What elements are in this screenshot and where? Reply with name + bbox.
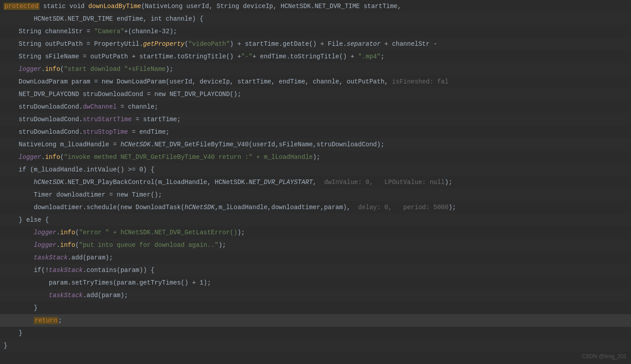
code-line-16: Timer downloadtimer = new Timer(); [0,189,631,201]
code-line-22: if(!taskStack.contains(param)) { [0,264,631,276]
code-line-8: NET_DVR_PLAYCOND struDownloadCond = new … [0,88,631,101]
code-line-4: String outPutPath = PropertyUtil.getProp… [0,38,631,50]
code-line-26: return; [0,314,631,327]
code-line-13: logger.info("invoke methed NET_DVR_GetFi… [0,151,631,163]
code-line-28: } [0,339,631,352]
code-line-20: logger.info("put into queue for download… [0,239,631,251]
code-line-11: struDownloadCond.struStopTime = endTime; [0,126,631,138]
code-line-15: hCNetSDK.NET_DVR_PlayBackControl(m_lLoad… [0,176,631,189]
code-line-2: HCNetSDK.NET_DVR_TIME endTime, int chann… [0,13,631,25]
code-line-25: } [0,302,631,314]
code-line-12: NativeLong m_lLoadHandle = hCNetSDK.NET_… [0,138,631,151]
code-line-1: protected static void downLoadByTime(Nat… [0,0,631,13]
code-line-23: param.setTryTimes(param.getTryTimes() + … [0,276,631,289]
code-line-14: if (m_lLoadHandle.intValue() >= 0) { [0,163,631,176]
code-line-24: taskStack.add(param); [0,289,631,302]
code-line-18: } else { [0,214,631,226]
code-line-5: String sFileName = outPutPath + startTim… [0,50,631,63]
code-line-7: DownLoadParam param = new DownLoadParam(… [0,75,631,88]
watermark: CSDN @feng_201 [582,353,627,360]
code-line-10: struDownloadCond.struStartTime = startTi… [0,113,631,126]
code-line-6: logger.info("start download "+sFileName)… [0,63,631,75]
code-line-21: taskStack.add(param); [0,251,631,264]
code-line-19: logger.info("error " + hCNetSDK.NET_DVR_… [0,226,631,239]
code-line-27: } [0,327,631,339]
code-line-3: String channelStr = "Camera"+(channle-32… [0,25,631,38]
code-editor: protected static void downLoadByTime(Nat… [0,0,631,364]
code-line-9: struDownloadCond.dwChannel = channle; [0,101,631,113]
code-line-17: downloadtimer.schedule(new DownloadTask(… [0,201,631,214]
